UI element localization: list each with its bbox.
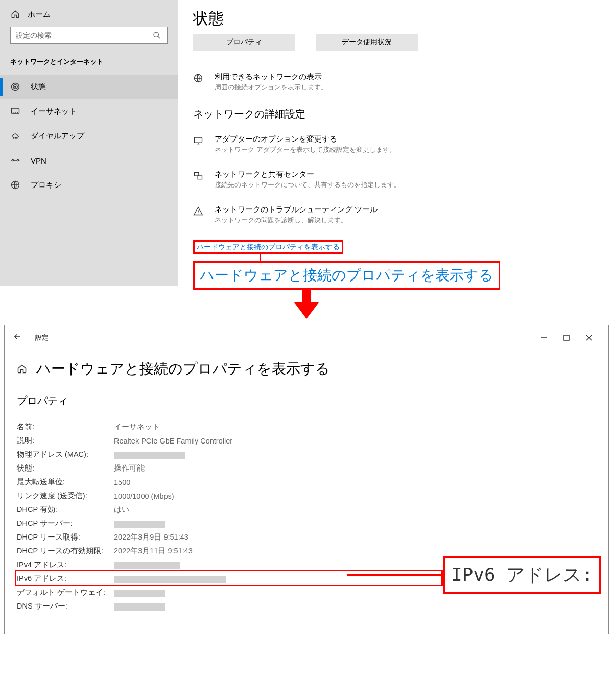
maximize-button[interactable] <box>555 330 578 346</box>
property-value <box>114 450 185 458</box>
redacted-value <box>114 521 165 528</box>
property-row: 説明:Realtek PCIe GbE Family Controller <box>17 434 596 448</box>
svg-point-9 <box>17 159 18 161</box>
ethernet-icon <box>10 106 20 116</box>
sidebar-item-label: イーサネット <box>31 107 77 116</box>
app-name: 設定 <box>35 333 49 342</box>
property-label: デフォルト ゲートウェイ: <box>17 588 114 597</box>
info-title: 利用できるネットワークの表示 <box>215 72 327 82</box>
property-label: 物理アドレス (MAC): <box>17 450 114 459</box>
property-value <box>114 588 165 596</box>
property-value: 操作可能 <box>114 463 145 473</box>
globe-icon <box>193 73 203 83</box>
property-row: 名前:イーサネット <box>17 420 596 434</box>
window-header: 設定 <box>5 325 608 350</box>
adapter-icon <box>193 135 203 146</box>
property-label: DHCP 有効: <box>17 505 114 515</box>
home-icon[interactable] <box>17 364 27 374</box>
status-icon <box>10 82 20 92</box>
adapter-options[interactable]: アダプターのオプションを変更する ネットワーク アダプターを表示して接続設定を変… <box>193 134 598 154</box>
svg-rect-12 <box>195 137 202 143</box>
property-value: 2022年3月9日 9:51:43 <box>114 532 188 542</box>
svg-rect-15 <box>564 335 569 340</box>
svg-point-7 <box>17 137 18 138</box>
sidebar-item-proxy[interactable]: プロキシ <box>0 173 178 197</box>
content-area: 状態 プロパティ データ使用状況 利用できるネットワークの表示 周囲の接続オプシ… <box>178 0 613 286</box>
property-label: 説明: <box>17 436 114 446</box>
property-label: DHCP サーバー: <box>17 519 114 528</box>
properties-section: プロパティ 名前:イーサネット説明:Realtek PCIe GbE Famil… <box>5 394 608 613</box>
search-input[interactable] <box>16 31 152 39</box>
sidebar-item-status[interactable]: 状態 <box>0 75 178 99</box>
sidebar-item-label: プロキシ <box>31 180 61 190</box>
sidebar-home-label: ホーム <box>28 10 51 19</box>
property-value <box>114 602 165 610</box>
info-title: ネットワークと共有センター <box>215 170 400 179</box>
sidebar-item-label: VPN <box>31 156 46 165</box>
property-row: DHCP 有効:はい <box>17 503 596 517</box>
property-row: DHCP サーバー: <box>17 517 596 530</box>
search-input-wrap[interactable] <box>10 27 168 44</box>
property-label: DNS サーバー: <box>17 601 114 611</box>
troubleshoot[interactable]: ネットワークのトラブルシューティング ツール ネットワークの問題を診断し、解決し… <box>193 205 598 225</box>
property-value: イーサネット <box>114 422 160 432</box>
sidebar-item-label: 状態 <box>31 82 46 92</box>
page-title: 状態 <box>193 8 598 29</box>
sidebar: ホーム ネットワークとインターネット 状態 イーサネット ダイヤルアップ <box>0 0 178 286</box>
property-row: DHCP リースの有効期限:2022年3月11日 9:51:43 <box>17 544 596 558</box>
link-highlight-small: ハードウェアと接続のプロパティを表示する <box>193 240 343 254</box>
sidebar-item-dialup[interactable]: ダイヤルアップ <box>0 124 178 148</box>
settings-status-panel: ホーム ネットワークとインターネット 状態 イーサネット ダイヤルアップ <box>0 0 613 286</box>
property-row: リンク速度 (送受信):1000/1000 (Mbps) <box>17 489 596 503</box>
info-desc: ネットワークの問題を診断し、解決します。 <box>215 216 378 225</box>
property-row: 状態:操作可能 <box>17 461 596 475</box>
vpn-icon <box>10 155 20 166</box>
ipv6-callout: IPv6 アドレス: <box>347 556 601 594</box>
share-icon <box>193 171 203 181</box>
properties-heading: プロパティ <box>17 394 596 408</box>
property-value <box>114 561 180 569</box>
property-row: 物理アドレス (MAC): <box>17 448 596 461</box>
minimize-button[interactable] <box>533 330 555 346</box>
sharing-center[interactable]: ネットワークと共有センター 接続先のネットワークについて、共有するものを指定しま… <box>193 170 598 190</box>
sidebar-item-vpn[interactable]: VPN <box>0 148 178 173</box>
sidebar-home[interactable]: ホーム <box>0 9 178 27</box>
svg-point-8 <box>12 159 13 161</box>
search-icon <box>152 30 162 40</box>
properties-button[interactable]: プロパティ <box>193 34 295 51</box>
section-heading: ネットワークの詳細設定 <box>193 107 598 121</box>
svg-rect-13 <box>195 172 199 176</box>
redacted-value <box>114 562 180 569</box>
property-label: DHCP リースの有効期限: <box>17 546 114 556</box>
proxy-icon <box>10 180 20 190</box>
redacted-value <box>114 590 165 597</box>
hardware-properties-window: 設定 ハードウェアと接続のプロパティを表示する プロパティ 名前:イーサネット説… <box>4 325 609 634</box>
data-usage-button[interactable]: データ使用状況 <box>316 34 418 51</box>
close-button[interactable] <box>578 330 600 346</box>
ipv6-callout-label: IPv6 アドレス: <box>443 556 601 594</box>
property-value: Realtek PCIe GbE Family Controller <box>114 437 232 445</box>
svg-point-5 <box>13 137 14 138</box>
page-title: ハードウェアと接続のプロパティを表示する <box>36 359 330 379</box>
svg-point-3 <box>15 86 16 88</box>
dialup-icon <box>10 131 20 141</box>
sidebar-item-ethernet[interactable]: イーサネット <box>0 99 178 124</box>
info-title: アダプターのオプションを変更する <box>215 134 396 144</box>
property-row: IPv6 アドレス:IPv6 アドレス: <box>17 572 596 586</box>
property-row: 最大転送単位:1500 <box>17 475 596 489</box>
redacted-value <box>114 603 165 611</box>
svg-rect-14 <box>198 176 202 179</box>
link-highlight-big: ハードウェアと接続のプロパティを表示する <box>193 261 500 290</box>
available-networks[interactable]: 利用できるネットワークの表示 周囲の接続オプションを表示します。 <box>193 72 598 92</box>
property-label: DHCP リース取得: <box>17 532 114 542</box>
info-title: ネットワークのトラブルシューティング ツール <box>215 205 378 215</box>
svg-point-6 <box>15 137 16 138</box>
property-label: IPv4 アドレス: <box>17 560 114 570</box>
sidebar-category: ネットワークとインターネット <box>0 54 178 75</box>
property-label: 名前: <box>17 422 114 432</box>
property-row: DHCP リース取得:2022年3月9日 9:51:43 <box>17 530 596 544</box>
svg-point-0 <box>154 32 158 37</box>
property-value: 1000/1000 (Mbps) <box>114 492 174 500</box>
back-button[interactable] <box>13 332 26 343</box>
hardware-properties-link[interactable]: ハードウェアと接続のプロパティを表示する <box>197 243 340 251</box>
